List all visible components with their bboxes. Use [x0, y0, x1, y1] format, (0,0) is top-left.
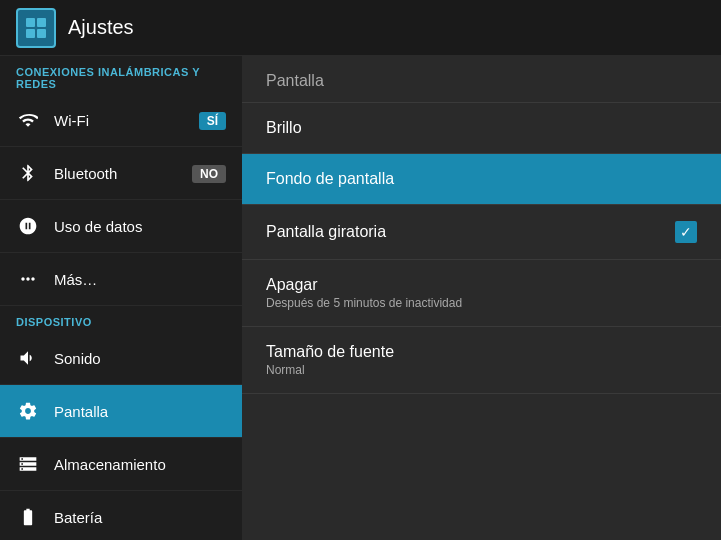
- svg-rect-0: [26, 18, 35, 27]
- battery-icon: [16, 505, 40, 529]
- svg-rect-1: [37, 18, 46, 27]
- fontsize-text: Tamaño de fuente Normal: [266, 343, 697, 377]
- display-icon: [16, 399, 40, 423]
- content-item-sleep[interactable]: Apagar Después de 5 minutos de inactivid…: [242, 260, 721, 327]
- wifi-icon: [16, 108, 40, 132]
- fontsize-title: Tamaño de fuente: [266, 343, 697, 361]
- sidebar-item-data[interactable]: Uso de datos: [0, 200, 242, 253]
- content-item-fontsize[interactable]: Tamaño de fuente Normal: [242, 327, 721, 394]
- sleep-subtitle: Después de 5 minutos de inactividad: [266, 296, 697, 310]
- content-item-rotation[interactable]: Pantalla giratoria ✓: [242, 205, 721, 260]
- section-device: DISPOSITIVO: [0, 306, 242, 332]
- sidebar-item-more[interactable]: Más…: [0, 253, 242, 306]
- sound-icon: [16, 346, 40, 370]
- content-area: Pantalla Brillo Fondo de pantalla Pantal…: [242, 56, 721, 540]
- svg-rect-3: [37, 29, 46, 38]
- app-title: Ajustes: [68, 16, 134, 39]
- content-title: Pantalla: [242, 56, 721, 103]
- content-item-wallpaper[interactable]: Fondo de pantalla: [242, 154, 721, 205]
- sidebar: CONEXIONES INALÁMBRICAS Y REDES Wi-Fi SÍ…: [0, 56, 242, 540]
- svg-rect-2: [26, 29, 35, 38]
- sleep-title: Apagar: [266, 276, 697, 294]
- data-icon: [16, 214, 40, 238]
- sidebar-item-bluetooth[interactable]: Bluetooth NO: [0, 147, 242, 200]
- rotation-checkbox[interactable]: ✓: [675, 221, 697, 243]
- wifi-toggle-label: SÍ: [199, 112, 226, 130]
- wallpaper-text: Fondo de pantalla: [266, 170, 697, 188]
- storage-icon: [16, 452, 40, 476]
- sidebar-item-battery[interactable]: Batería: [0, 491, 242, 540]
- sidebar-item-storage[interactable]: Almacenamiento: [0, 438, 242, 491]
- wifi-toggle[interactable]: SÍ: [199, 111, 226, 129]
- sound-label: Sonido: [54, 350, 226, 367]
- rotation-text: Pantalla giratoria: [266, 223, 675, 241]
- brightness-text: Brillo: [266, 119, 697, 137]
- fontsize-subtitle: Normal: [266, 363, 697, 377]
- storage-label: Almacenamiento: [54, 456, 226, 473]
- app-header: Ajustes: [0, 0, 721, 56]
- more-icon: [16, 267, 40, 291]
- bluetooth-label: Bluetooth: [54, 165, 178, 182]
- content-item-brightness[interactable]: Brillo: [242, 103, 721, 154]
- app-icon: [16, 8, 56, 48]
- main-layout: CONEXIONES INALÁMBRICAS Y REDES Wi-Fi SÍ…: [0, 56, 721, 540]
- sidebar-item-sound[interactable]: Sonido: [0, 332, 242, 385]
- sidebar-item-display[interactable]: Pantalla: [0, 385, 242, 438]
- brightness-title: Brillo: [266, 119, 697, 137]
- bluetooth-toggle-label: NO: [192, 165, 226, 183]
- sleep-text: Apagar Después de 5 minutos de inactivid…: [266, 276, 697, 310]
- wifi-label: Wi-Fi: [54, 112, 185, 129]
- battery-label: Batería: [54, 509, 226, 526]
- more-label: Más…: [54, 271, 226, 288]
- wallpaper-title: Fondo de pantalla: [266, 170, 697, 188]
- display-label: Pantalla: [54, 403, 226, 420]
- bluetooth-toggle[interactable]: NO: [192, 164, 226, 182]
- sidebar-item-wifi[interactable]: Wi-Fi SÍ: [0, 94, 242, 147]
- rotation-title: Pantalla giratoria: [266, 223, 675, 241]
- bluetooth-icon: [16, 161, 40, 185]
- section-wireless: CONEXIONES INALÁMBRICAS Y REDES: [0, 56, 242, 94]
- data-label: Uso de datos: [54, 218, 226, 235]
